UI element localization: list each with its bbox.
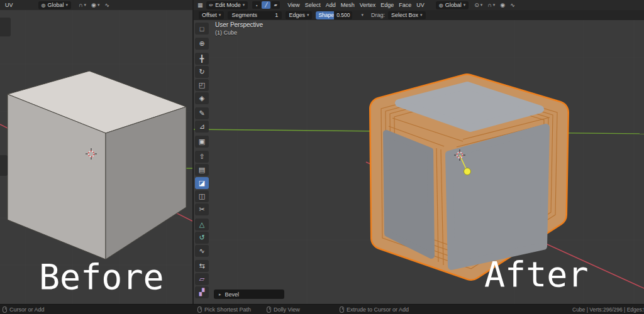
tool-add-cube-button[interactable]: ▣ bbox=[195, 136, 209, 148]
view-perspective-label: User Perspective bbox=[215, 21, 263, 28]
annotate-icon: ✎ bbox=[199, 109, 204, 117]
mouse-middle-icon bbox=[267, 306, 271, 313]
tool-rip-region-button[interactable]: ▞ bbox=[195, 286, 209, 298]
face-select-mode-button[interactable]: ▰ bbox=[271, 1, 280, 9]
rotate-icon: ↻ bbox=[199, 68, 204, 76]
mouse-right-icon bbox=[340, 306, 344, 313]
tool-knife-button[interactable]: ✂ bbox=[195, 203, 209, 215]
loop-cut-icon: ◫ bbox=[199, 192, 205, 200]
cropped-toolbar-button[interactable] bbox=[0, 18, 11, 36]
pivot-point-icon[interactable]: ⊙ bbox=[474, 2, 479, 8]
drag-tool-dropdown[interactable]: Select Box ▾ bbox=[388, 11, 426, 19]
drag-label: Drag: bbox=[371, 12, 385, 18]
tool-transform-button[interactable]: ◈ bbox=[195, 92, 209, 104]
before-cube[interactable] bbox=[8, 71, 186, 259]
chevron-down-icon: ▾ bbox=[420, 13, 423, 18]
tool-rotate-button[interactable]: ↻ bbox=[195, 66, 209, 78]
menu-edge[interactable]: Edge bbox=[378, 2, 396, 8]
tool-cursor-button[interactable]: ⊕ bbox=[195, 38, 209, 50]
status-hint-text: Cursor or Add bbox=[9, 306, 45, 313]
drag-tool-value: Select Box bbox=[391, 12, 418, 18]
tool-spin-button[interactable]: ↺ bbox=[195, 232, 209, 244]
edge-select-mode-button[interactable]: ╱ bbox=[262, 1, 270, 9]
operator-panel-bevel[interactable]: ▸ Bevel bbox=[214, 290, 284, 299]
menu-view[interactable]: View bbox=[285, 2, 302, 8]
right-viewport[interactable]: ▦ ✏ Edit Mode ▾ • ╱ ▰ View Select Add Me… bbox=[192, 0, 644, 304]
affect-edges-dropdown[interactable]: Edges ▾ bbox=[286, 11, 312, 19]
tool-loop-cut-button[interactable]: ◫ bbox=[195, 190, 209, 202]
cube-right-face bbox=[106, 107, 186, 259]
proportional-editing-icon[interactable]: ◉ bbox=[91, 2, 96, 8]
active-object-label: (1) Cube bbox=[215, 30, 263, 36]
transform-orientation-dropdown[interactable]: ◍ Global ▾ bbox=[436, 1, 469, 9]
smooth-icon: ∿ bbox=[199, 247, 204, 255]
menu-uv[interactable]: UV bbox=[414, 2, 427, 8]
chevron-down-icon: ▾ bbox=[307, 13, 309, 18]
tool-measure-button[interactable]: ⊿ bbox=[195, 121, 209, 133]
tool-inset-faces-button[interactable]: ▤ bbox=[195, 164, 209, 176]
tool-shear-button[interactable]: ▱ bbox=[195, 273, 209, 285]
caret-right-icon: ▸ bbox=[219, 292, 221, 297]
left-viewport-header: UV ◍ Global ▾ ∩ ▾ ◉ ▾ ∿ bbox=[0, 0, 192, 10]
tool-annotate-button[interactable]: ✎ bbox=[195, 107, 209, 119]
tool-extrude-region-button[interactable]: ⇧ bbox=[195, 151, 209, 163]
status-hint-text: Extrude to Cursor or Add bbox=[347, 306, 409, 313]
chevron-down-icon: ▾ bbox=[243, 3, 245, 8]
tool-bevel-button[interactable]: ◪ bbox=[195, 177, 209, 189]
tool-move-button[interactable]: ╋ bbox=[195, 53, 209, 65]
tool-poly-build-button[interactable]: △ bbox=[195, 219, 209, 230]
tool-select-box-button[interactable]: □ bbox=[195, 23, 209, 35]
globe-icon: ◍ bbox=[42, 3, 46, 8]
snap-magnet-icon[interactable]: ∩ bbox=[487, 2, 491, 8]
vertex-select-mode-button[interactable]: • bbox=[252, 1, 261, 9]
measure-icon: ⊿ bbox=[199, 122, 204, 131]
transform-icon: ◈ bbox=[199, 94, 204, 102]
blender-before-after-comparison: UV ◍ Global ▾ ∩ ▾ ◉ ▾ ∿ Before bbox=[0, 0, 644, 314]
cube-front-face bbox=[386, 133, 431, 256]
shear-icon: ▱ bbox=[199, 275, 204, 283]
orientation-label: Global bbox=[445, 2, 462, 8]
cropped-toolbar-button[interactable] bbox=[0, 155, 8, 176]
left-viewport[interactable]: UV ◍ Global ▾ ∩ ▾ ◉ ▾ ∿ Before bbox=[0, 0, 192, 304]
mode-dropdown[interactable]: ✏ Edit Mode ▾ bbox=[206, 1, 248, 9]
mode-label: Edit Mode bbox=[215, 2, 241, 8]
menu-mesh[interactable]: Mesh bbox=[338, 2, 357, 8]
bevel-icon: ◪ bbox=[199, 179, 205, 187]
shape-slider-fill: Shape bbox=[316, 11, 334, 19]
inset-faces-icon: ▤ bbox=[199, 166, 205, 174]
editor-type-icon[interactable]: ▦ bbox=[197, 2, 203, 8]
segments-field[interactable]: Segments 1 bbox=[228, 11, 282, 19]
offset-type-dropdown[interactable]: Offset ▾ bbox=[199, 11, 224, 19]
edges-label: Edges bbox=[289, 12, 305, 18]
scale-icon: ◰ bbox=[199, 81, 205, 89]
globe-icon: ◍ bbox=[439, 3, 443, 8]
after-cube-beveled[interactable] bbox=[381, 85, 557, 269]
tool-shelf: □ ⊕ ╋ ↻ ◰ ◈ ✎ ⊿ ▣ ⇧ ▤ ◪ ◫ ✂ △ ↺ ∿ ⇆ ▱ ▞ bbox=[195, 23, 210, 298]
menu-vertex[interactable]: Vertex bbox=[357, 2, 379, 8]
poly-build-icon: △ bbox=[199, 220, 204, 229]
cube-right-face bbox=[449, 127, 546, 266]
chevron-down-icon[interactable]: ▾ bbox=[480, 3, 483, 8]
chevron-down-icon[interactable]: ▾ bbox=[97, 3, 100, 8]
chevron-down-icon[interactable]: ▾ bbox=[361, 13, 364, 18]
shape-slider[interactable]: Shape 0.500 bbox=[316, 11, 352, 19]
menu-face[interactable]: Face bbox=[396, 2, 414, 8]
snap-magnet-icon[interactable]: ∩ bbox=[79, 2, 82, 8]
proportional-falloff-icon[interactable]: ∿ bbox=[510, 2, 515, 8]
spin-icon: ↺ bbox=[199, 234, 204, 242]
edge-slide-icon: ⇆ bbox=[199, 262, 204, 270]
tool-scale-button[interactable]: ◰ bbox=[195, 79, 209, 91]
transform-orientation-dropdown[interactable]: ◍ Global ▾ bbox=[38, 1, 72, 9]
before-caption: Before bbox=[39, 260, 164, 295]
tool-edge-slide-button[interactable]: ⇆ bbox=[195, 260, 209, 272]
chevron-down-icon[interactable]: ▾ bbox=[84, 3, 87, 8]
proportional-falloff-icon[interactable]: ∿ bbox=[104, 2, 109, 8]
menu-select[interactable]: Select bbox=[303, 2, 323, 8]
chevron-down-icon[interactable]: ▾ bbox=[493, 3, 496, 8]
tool-smooth-button[interactable]: ∿ bbox=[195, 245, 209, 257]
bevel-gizmo-handle[interactable] bbox=[464, 168, 471, 175]
tool-settings-bar: Offset ▾ Segments 1 Edges ▾ Shape 0.500 … bbox=[194, 10, 644, 20]
proportional-editing-icon[interactable]: ◉ bbox=[500, 2, 505, 8]
menu-add[interactable]: Add bbox=[323, 2, 338, 8]
menu-uv[interactable]: UV bbox=[3, 2, 16, 8]
